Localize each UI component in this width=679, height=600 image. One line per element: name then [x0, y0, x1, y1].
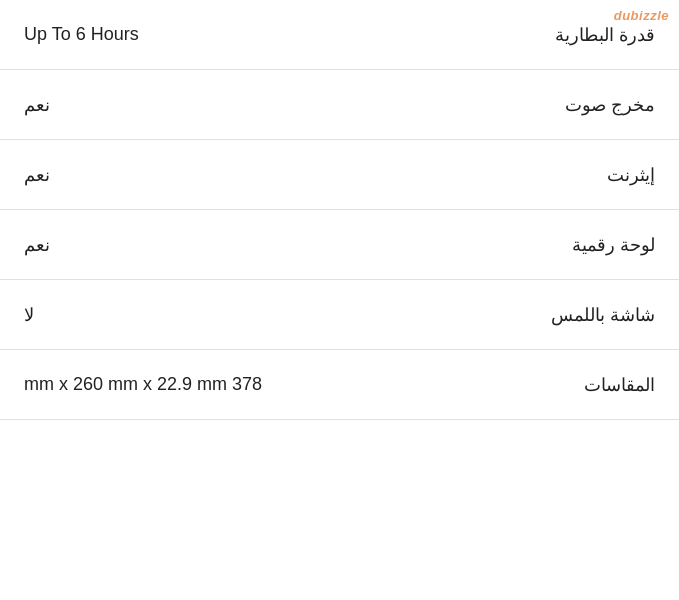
spec-row-numeric-pad: نعملوحة رقمية [0, 210, 679, 280]
spec-value-ethernet: نعم [24, 164, 50, 186]
spec-value-touchscreen: لا [24, 304, 34, 326]
spec-label-touchscreen: شاشة باللمس [551, 304, 655, 326]
spec-label-ethernet: إيثرنت [607, 164, 655, 186]
spec-label-audio-output: مخرج صوت [565, 94, 655, 116]
spec-value-battery: Up To 6 Hours [24, 24, 139, 45]
spec-label-battery: قدرة البطارية [555, 24, 655, 46]
spec-label-numeric-pad: لوحة رقمية [572, 234, 655, 256]
spec-value-numeric-pad: نعم [24, 234, 50, 256]
spec-table: dubizzle Up To 6 Hoursقدرة البطاريةنعممخ… [0, 0, 679, 420]
spec-row-battery: Up To 6 Hoursقدرة البطارية [0, 0, 679, 70]
watermark-text: dubizzle [614, 8, 669, 23]
spec-value-dimensions: mm x 260 mm x 22.9 mm 378 [24, 374, 262, 395]
spec-row-touchscreen: لاشاشة باللمس [0, 280, 679, 350]
spec-row-ethernet: نعمإيثرنت [0, 140, 679, 210]
spec-label-dimensions: المقاسات [584, 374, 655, 396]
spec-row-dimensions: mm x 260 mm x 22.9 mm 378المقاسات [0, 350, 679, 420]
watermark: dubizzle [614, 8, 669, 23]
spec-row-audio-output: نعممخرج صوت [0, 70, 679, 140]
spec-value-audio-output: نعم [24, 94, 50, 116]
